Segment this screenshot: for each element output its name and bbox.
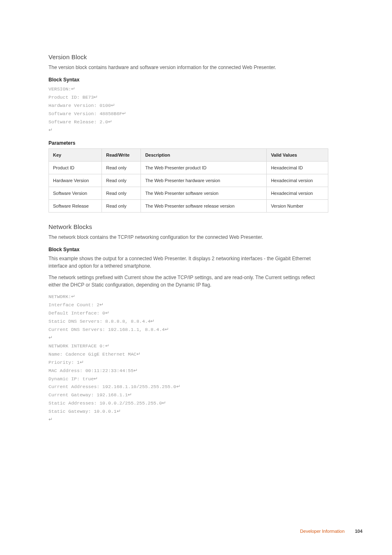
code-line: NETWORK INTERFACE 0: xyxy=(48,343,109,349)
td-key: Hardware Version xyxy=(49,174,102,187)
th-vv: Valid Values xyxy=(267,148,328,161)
page-content: Version Block The version block contains… xyxy=(0,0,392,453)
version-block-code: VERSION: Product ID: BE73 Hardware Versi… xyxy=(48,85,328,134)
th-key: Key xyxy=(49,148,102,161)
td-rw: Read only xyxy=(102,161,141,174)
code-line: Software Version: 48858B6F xyxy=(48,111,126,116)
table-row: Product ID Read only The Web Presenter p… xyxy=(49,161,328,174)
footer-page-number: 104 xyxy=(355,529,362,534)
network-blocks-heading: Network Blocks xyxy=(48,223,328,230)
version-block-params-heading: Parameters xyxy=(48,140,328,146)
code-line xyxy=(48,417,53,422)
th-desc: Description xyxy=(141,148,267,161)
code-line: Static DNS Servers: 8.8.8.8, 8.8.4.4 xyxy=(48,319,154,324)
network-blocks-code: NETWORK: Interface Count: 2 Default Inte… xyxy=(48,293,328,424)
version-block-intro: The version block contains hardware and … xyxy=(48,64,328,71)
version-params-table: Key Read/Write Description Valid Values … xyxy=(48,148,328,213)
td-vv: Hexadecimal version xyxy=(267,174,328,187)
network-blocks-syntax-heading: Block Syntax xyxy=(48,247,328,252)
code-line: Static Gateway: 10.0.0.1 xyxy=(48,409,121,414)
code-line: Static Addresses: 10.0.0.2/255.255.255.0 xyxy=(48,400,166,406)
td-desc: The Web Presenter software release versi… xyxy=(141,199,267,212)
network-blocks-p2: The network settings prefixed with Curre… xyxy=(48,274,328,289)
td-vv: Hexadecimal ID xyxy=(267,161,328,174)
code-line: Name: Cadence GigE Ethernet MAC xyxy=(48,352,141,357)
td-rw: Read only xyxy=(102,187,141,199)
table-header-row: Key Read/Write Description Valid Values xyxy=(49,148,328,161)
code-line: NETWORK: xyxy=(48,294,75,299)
td-rw: Read only xyxy=(102,199,141,212)
table-row: Hardware Version Read only The Web Prese… xyxy=(49,174,328,187)
code-line: Interface Count: 2 xyxy=(48,302,104,308)
td-key: Software Release xyxy=(49,199,102,212)
code-line: Software Release: 2.0 xyxy=(48,119,112,125)
code-line: MAC Address: 00:11:22:33:44:55 xyxy=(48,368,138,373)
code-line: VERSION: xyxy=(48,86,75,92)
code-line: Current DNS Servers: 192.168.1.1, 8.8.4.… xyxy=(48,327,169,332)
code-line: Hardware Version: 0100 xyxy=(48,103,115,108)
footer-label: Developer Information xyxy=(300,529,344,534)
network-blocks-p1: This example shows the output for a conn… xyxy=(48,255,328,270)
code-line xyxy=(48,127,53,133)
code-line xyxy=(48,335,53,340)
table-row: Software Version Read only The Web Prese… xyxy=(49,187,328,199)
table-row: Software Release Read only The Web Prese… xyxy=(49,199,328,212)
code-line: Default Interface: 0 xyxy=(48,310,109,316)
td-key: Software Version xyxy=(49,187,102,199)
td-vv: Version Number xyxy=(267,199,328,212)
network-blocks-intro: The network block contains the TCP/IP ne… xyxy=(48,234,328,241)
code-line: Dynamic IP: true xyxy=(48,376,98,382)
version-block-syntax-heading: Block Syntax xyxy=(48,77,328,83)
code-line: Priority: 1 xyxy=(48,360,84,365)
td-vv: Hexadecimal version xyxy=(267,187,328,199)
code-line: Product ID: BE73 xyxy=(48,95,98,100)
td-rw: Read only xyxy=(102,174,141,187)
th-rw: Read/Write xyxy=(102,148,141,161)
code-line: Current Gateway: 192.168.1.1 xyxy=(48,392,132,398)
td-desc: The Web Presenter hardware version xyxy=(141,174,267,187)
version-block-heading: Version Block xyxy=(48,53,328,60)
page-footer: Developer Information 104 xyxy=(300,529,362,534)
td-desc: The Web Presenter software version xyxy=(141,187,267,199)
td-key: Product ID xyxy=(49,161,102,174)
code-line: Current Addresses: 192.168.1.10/255.255.… xyxy=(48,384,180,389)
td-desc: The Web Presenter product ID xyxy=(141,161,267,174)
